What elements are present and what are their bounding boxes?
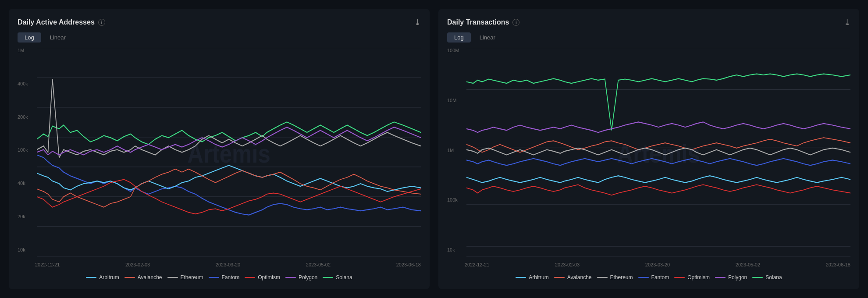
legend-ethereum: Ethereum: [167, 274, 203, 280]
legend-arbitrum-color: [86, 277, 96, 278]
chart1-header: Daily Active Addresses i ⤓: [18, 18, 421, 27]
chart1-panel: Daily Active Addresses i ⤓ Log Linear 1M…: [9, 9, 430, 289]
chart2-toggle-buttons: Log Linear: [447, 32, 850, 43]
chart2-svg: Artemis: [466, 48, 850, 257]
chart2-legend-optimism: Optimism: [674, 274, 710, 280]
chart2-x-axis: 2022-12-21 2023-02-03 2023-03-20 2023-05…: [465, 262, 850, 267]
chart2-svg-wrapper: Artemis: [466, 48, 850, 257]
chart1-area: 1M 400k 200k 100k 40k 20k 10k: [18, 48, 421, 267]
chart1-svg-wrapper: Artemis: [37, 48, 421, 257]
chart2-log-button[interactable]: Log: [447, 32, 471, 43]
chart2-title: Daily Transactions i: [447, 18, 519, 26]
svg-text:Artemis: Artemis: [187, 139, 270, 169]
chart2-legend-fantom-color: [638, 277, 649, 278]
svg-text:Artemis: Artemis: [617, 139, 700, 169]
chart2-linear-button[interactable]: Linear: [473, 32, 502, 43]
legend-optimism-color: [245, 277, 255, 278]
chart1-download-icon[interactable]: ⤓: [414, 18, 421, 27]
chart1-title-text: Daily Active Addresses: [18, 18, 95, 26]
chart2-legend-solana: Solana: [752, 274, 782, 280]
chart1-title: Daily Active Addresses i: [18, 18, 105, 26]
chart2-legend-polygon: Polygon: [715, 274, 747, 280]
legend-arbitrum: Arbitrum: [86, 274, 119, 280]
legend-fantom: Fantom: [209, 274, 240, 280]
chart2-info-icon[interactable]: i: [512, 19, 519, 26]
legend-optimism: Optimism: [245, 274, 280, 280]
chart2-title-text: Daily Transactions: [447, 18, 509, 26]
chart1-log-button[interactable]: Log: [18, 32, 41, 43]
chart2-legend-avalanche: Avalanche: [554, 274, 592, 280]
chart1-svg: Artemis: [37, 48, 421, 257]
legend-avalanche: Avalanche: [125, 274, 162, 280]
chart2-legend-ethereum-color: [597, 277, 608, 278]
chart2-legend-ethereum: Ethereum: [597, 274, 633, 280]
charts-container: Daily Active Addresses i ⤓ Log Linear 1M…: [0, 0, 868, 298]
chart2-legend-arbitrum: Arbitrum: [516, 274, 548, 280]
chart1-x-axis: 2022-12-21 2023-02-03 2023-03-20 2023-05…: [35, 262, 421, 267]
chart1-toggle-buttons: Log Linear: [18, 32, 421, 43]
chart1-y-axis: 1M 400k 200k 100k 40k 20k 10k: [18, 48, 28, 254]
chart2-area: 100M 10M 1M 100k 10k: [447, 48, 850, 267]
legend-polygon-color: [285, 277, 296, 278]
chart1-linear-button[interactable]: Linear: [43, 32, 73, 43]
chart2-legend-optimism-color: [674, 277, 685, 278]
legend-solana: Solana: [323, 274, 352, 280]
chart2-header: Daily Transactions i ⤓: [447, 18, 850, 27]
chart2-legend-polygon-color: [715, 277, 726, 278]
legend-ethereum-color: [167, 277, 178, 278]
chart1-info-icon[interactable]: i: [98, 19, 105, 26]
chart2-y-axis: 100M 10M 1M 100k 10k: [447, 48, 459, 254]
legend-polygon: Polygon: [285, 274, 317, 280]
chart2-download-icon[interactable]: ⤓: [844, 18, 850, 27]
chart2-panel: Daily Transactions i ⤓ Log Linear 100M 1…: [438, 9, 859, 289]
chart2-legend-avalanche-color: [554, 277, 565, 278]
chart2-legend-fantom: Fantom: [638, 274, 669, 280]
legend-fantom-color: [209, 277, 219, 278]
chart2-legend-solana-color: [752, 277, 763, 278]
chart2-legend-arbitrum-color: [516, 277, 526, 278]
chart1-legend: Arbitrum Avalanche Ethereum Fantom Optim…: [18, 273, 421, 280]
chart2-legend: Arbitrum Avalanche Ethereum Fantom Optim…: [447, 273, 850, 280]
legend-solana-color: [323, 277, 333, 278]
legend-avalanche-color: [125, 277, 135, 278]
